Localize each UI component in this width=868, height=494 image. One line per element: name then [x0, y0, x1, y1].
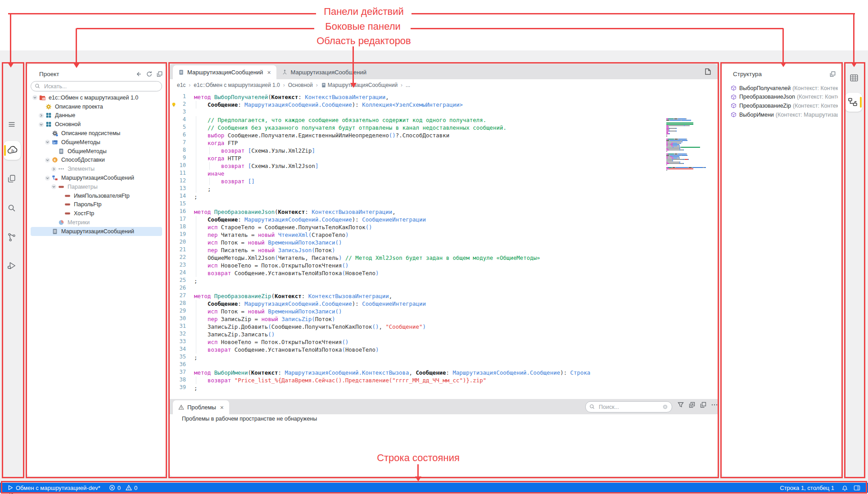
code-line[interactable]: ;	[190, 384, 718, 392]
tab-marshrutizatsiya-module[interactable]: МаршрутизацияСообщений ×	[173, 65, 276, 79]
code-line[interactable]: пер Писатель = новый ЗаписьJson(Поток)	[190, 246, 718, 254]
table-icon[interactable]	[846, 70, 862, 86]
tree-item[interactable]: Элементы	[31, 164, 162, 173]
code-line[interactable]	[190, 200, 718, 208]
clear-icon[interactable]	[662, 404, 668, 410]
chevron-right-icon[interactable]	[51, 167, 58, 171]
problems-search-input[interactable]	[598, 403, 660, 411]
code-line[interactable]: ;	[190, 185, 718, 193]
tab-marshrutizatsiya-form[interactable]: МаршрутизацияСообщений	[276, 65, 372, 79]
project-search-input[interactable]	[43, 83, 158, 90]
structure-item[interactable]: ВыборПолучателей(Контекст: Контекст...	[731, 84, 838, 93]
minimap[interactable]	[666, 118, 714, 177]
code-line[interactable]: Сообщение: МаршрутизацияСообщений.Сообще…	[190, 101, 718, 109]
code-editor[interactable]: 1234567891011121314151617181920212223242…	[170, 91, 718, 399]
chevron-down-icon[interactable]	[32, 95, 39, 100]
code-line[interactable]: ОбщиеМетоды.Xml2Json(Читатель, Писатель)…	[190, 254, 718, 262]
tree-item[interactable]: EСпособДоставки	[31, 156, 162, 165]
debug-icon[interactable]	[4, 258, 20, 274]
tree-item[interactable]: Описание проекта	[31, 102, 162, 111]
tree-item[interactable]: ОбщиеМетоды	[31, 147, 162, 156]
collapse-all-icon[interactable]	[155, 70, 163, 78]
warnings-icon[interactable]	[126, 485, 132, 491]
editor-menu-icon[interactable]	[703, 68, 711, 77]
code-line[interactable]: ;	[190, 193, 718, 200]
code-line[interactable]	[190, 285, 718, 292]
structure-view-button[interactable]	[845, 93, 862, 112]
project-search[interactable]	[31, 81, 162, 91]
hamburger-icon[interactable]	[4, 116, 20, 132]
chevron-down-icon[interactable]	[45, 158, 52, 162]
tree-item[interactable]: Описание подсистемы	[31, 129, 162, 138]
code-line[interactable]: возврат []	[190, 177, 718, 185]
code-line[interactable]: // Предполагается, что каждое сообщение …	[190, 116, 718, 124]
chevron-down-icon[interactable]	[45, 140, 52, 145]
breadcrumb-item[interactable]: МаршрутизацияСообщений	[321, 82, 398, 88]
back-icon[interactable]	[134, 70, 142, 78]
tab-problems[interactable]: Проблемы ×	[173, 400, 229, 414]
code-line[interactable]: когда FTP	[190, 139, 718, 147]
code-line[interactable]: иначе	[190, 170, 718, 177]
structure-item[interactable]: ПреобразованиеZip(Контекст: Контекс...	[731, 101, 838, 110]
status-project[interactable]: Обмен с маршрутизацией-dev*	[16, 485, 100, 491]
code-line[interactable]: // Сообщения без указанного получателя б…	[190, 124, 718, 131]
code-line[interactable]: выбор Сообщение.Получатели.ЕдинственныйИ…	[190, 131, 718, 139]
chevron-down-icon[interactable]	[51, 185, 58, 189]
code-line[interactable]: пер Читатель = новый ЧтениеXml(СтароеТел…	[190, 231, 718, 239]
code-line[interactable]: ЗаписьZip.Добавить(Сообщение.ПолучитьТел…	[190, 323, 718, 331]
files-icon[interactable]	[4, 171, 20, 187]
code-line[interactable]: ЗаписьZip.Записать()	[190, 331, 718, 338]
breadcrumb-item[interactable]: e1c	[177, 82, 185, 88]
tree-item[interactable]: ПарольFtp	[31, 200, 162, 209]
problems-search[interactable]	[585, 401, 672, 412]
code-line[interactable]: Сообщение: МаршрутизацияСообщений.Сообще…	[190, 216, 718, 223]
code-line[interactable]	[190, 109, 718, 116]
tree-item[interactable]: Данные	[31, 111, 162, 120]
code-line[interactable]: исп Поток = новый ВременныйПотокЗаписи()	[190, 239, 718, 246]
breadcrumb-item[interactable]: e1c::Обмен с маршрутизацией 1.0	[194, 82, 280, 88]
close-icon[interactable]: ×	[267, 69, 271, 76]
errors-icon[interactable]	[109, 485, 115, 491]
code-line[interactable]: исп Поток = новый ВременныйПотокЗаписи()	[190, 308, 718, 315]
code-line[interactable]: возврат "Price_list_%{ДатаВремя.Сейчас()…	[190, 376, 718, 384]
cursor-position[interactable]: Строка 1, столбец 1	[780, 485, 834, 491]
play-icon[interactable]	[7, 485, 14, 491]
close-icon[interactable]: ×	[220, 404, 224, 411]
onec-explorer-button[interactable]: 1с	[4, 141, 21, 160]
structure-item[interactable]: ПреобразованиеJson(Контекст: Контек...	[731, 93, 838, 102]
tree-item[interactable]: ИмяПользователяFtp	[31, 191, 162, 200]
restore-icon[interactable]	[700, 401, 707, 408]
tree-item[interactable]: МаршрутизацияСообщений	[31, 173, 162, 182]
breadcrumb-item[interactable]: ...	[406, 82, 410, 88]
tree-item[interactable]: 1ce1c::Обмен с маршрутизацией 1.0	[31, 93, 162, 102]
code-line[interactable]: метод ПреобразованиеJson(Контекст: Конте…	[190, 208, 718, 216]
code-line[interactable]: возврат [Схема.Узлы.Xml2Json]	[190, 162, 718, 170]
code-line[interactable]: исп НовоеТело = Поток.ОткрытьПотокЧтения…	[190, 262, 718, 269]
code-line[interactable]: исп СтароеТело = Сообщение.ПолучитьТелоК…	[190, 223, 718, 231]
refresh-icon[interactable]	[145, 70, 153, 78]
tree-item[interactable]: ХостFtp	[31, 209, 162, 218]
quickfix-bulb-icon[interactable]	[171, 102, 176, 109]
code-line[interactable]: ;	[190, 354, 718, 361]
search-icon[interactable]	[4, 200, 20, 216]
code-line[interactable]: возврат Сообщение.УстановитьТелоИзПотока…	[190, 346, 718, 354]
more-icon[interactable]	[711, 401, 718, 408]
tree-item[interactable]: Метрики	[31, 218, 162, 227]
code-line[interactable]: метод ВыборПолучателей(Контекст: Контекс…	[190, 93, 718, 101]
restore-icon[interactable]	[828, 70, 836, 78]
tree-item[interactable]: ОбщиеМетоды	[31, 138, 162, 147]
chevron-right-icon[interactable]	[39, 113, 45, 118]
code-line[interactable]: когда HTTP	[190, 154, 718, 162]
code-line[interactable]: возврат [Схема.Узлы.Xml2Zip]	[190, 147, 718, 154]
tree-item[interactable]: Основной	[31, 120, 162, 129]
structure-item[interactable]: ВыборИмени(Контекст: Маршрутизаци...	[731, 110, 838, 119]
git-graph-icon[interactable]	[4, 229, 20, 245]
tree-item[interactable]: Параметры	[31, 182, 162, 191]
code-line[interactable]: метод ПреобразованиеZip(Контекст: Контек…	[190, 292, 718, 300]
code-line[interactable]: ;	[190, 277, 718, 285]
chevron-down-icon[interactable]	[39, 122, 45, 127]
code-line[interactable]: Сообщение: МаршрутизацияСообщений.Сообще…	[190, 300, 718, 308]
bell-icon[interactable]	[841, 484, 849, 492]
tree-item[interactable]: МаршрутизацияСообщений	[31, 227, 162, 236]
code-line[interactable]: возврат Сообщение.УстановитьТелоИзПотока…	[190, 269, 718, 277]
